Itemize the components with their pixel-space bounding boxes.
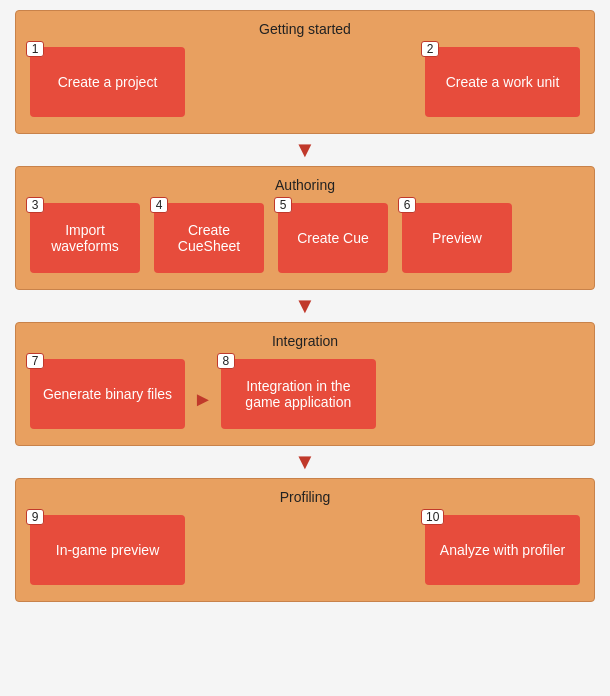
card-create-cuesheet[interactable]: Create CueSheet — [154, 203, 264, 273]
profiling-cards: 9 In-game preview 10 Analyze with profil… — [30, 515, 580, 585]
badge-1: 1 — [26, 41, 44, 57]
authoring-title: Authoring — [30, 177, 580, 193]
badge-2: 2 — [421, 41, 439, 57]
profiling-section: Profiling 9 In-game preview 10 Analyze w… — [15, 478, 595, 602]
card-wrapper-3: 3 Import waveforms — [30, 203, 140, 273]
getting-started-title: Getting started — [30, 21, 580, 37]
card-create-work-unit[interactable]: Create a work unit — [425, 47, 580, 117]
card-wrapper-5: 5 Create Cue — [278, 203, 388, 273]
integration-section: Integration 7 Generate binary files ► 8 … — [15, 322, 595, 446]
arrow-down-1: ▼ — [294, 134, 316, 166]
arrow-right-integration: ► — [193, 388, 213, 411]
arrow-down-2: ▼ — [294, 290, 316, 322]
badge-10: 10 — [421, 509, 444, 525]
card-create-cue[interactable]: Create Cue — [278, 203, 388, 273]
card-wrapper-7: 7 Generate binary files — [30, 359, 185, 429]
card-ingame-preview[interactable]: In-game preview — [30, 515, 185, 585]
card-wrapper-2: 2 Create a work unit — [425, 47, 580, 117]
card-wrapper-10: 10 Analyze with profiler — [425, 515, 580, 585]
integration-title: Integration — [30, 333, 580, 349]
card-integration-game[interactable]: Integration in the game application — [221, 359, 376, 429]
badge-6: 6 — [398, 197, 416, 213]
arrow-down-3: ▼ — [294, 446, 316, 478]
authoring-cards: 3 Import waveforms 4 Create CueSheet 5 C… — [30, 203, 580, 273]
card-wrapper-9: 9 In-game preview — [30, 515, 185, 585]
card-wrapper-8: 8 Integration in the game application — [221, 359, 376, 429]
card-wrapper-6: 6 Preview — [402, 203, 512, 273]
getting-started-cards: 1 Create a project 2 Create a work unit — [30, 47, 580, 117]
profiling-title: Profiling — [30, 489, 580, 505]
card-wrapper-1: 1 Create a project — [30, 47, 185, 117]
card-preview[interactable]: Preview — [402, 203, 512, 273]
badge-3: 3 — [26, 197, 44, 213]
integration-cards: 7 Generate binary files ► 8 Integration … — [30, 359, 580, 429]
card-wrapper-4: 4 Create CueSheet — [154, 203, 264, 273]
authoring-section: Authoring 3 Import waveforms 4 Create Cu… — [15, 166, 595, 290]
badge-5: 5 — [274, 197, 292, 213]
badge-4: 4 — [150, 197, 168, 213]
card-create-project[interactable]: Create a project — [30, 47, 185, 117]
badge-9: 9 — [26, 509, 44, 525]
card-import-waveforms[interactable]: Import waveforms — [30, 203, 140, 273]
card-generate-binary[interactable]: Generate binary files — [30, 359, 185, 429]
badge-7: 7 — [26, 353, 44, 369]
getting-started-section: Getting started 1 Create a project 2 Cre… — [15, 10, 595, 134]
card-analyze-profiler[interactable]: Analyze with profiler — [425, 515, 580, 585]
badge-8: 8 — [217, 353, 235, 369]
